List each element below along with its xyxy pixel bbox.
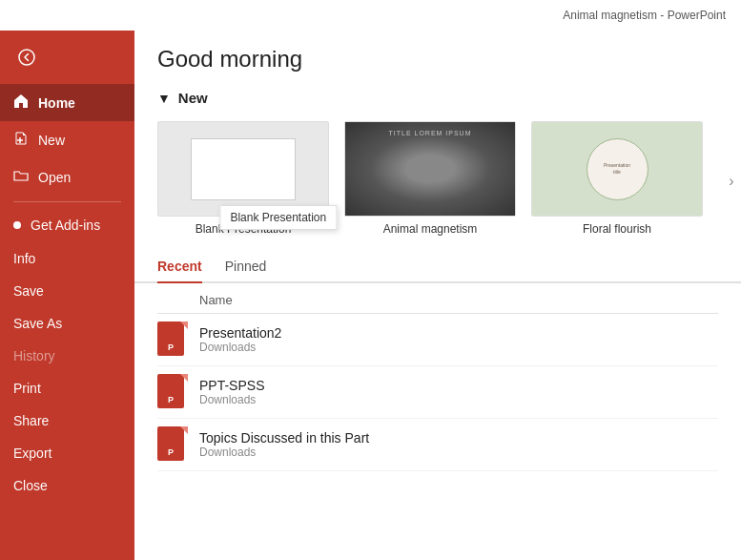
sidebar-item-get-addins[interactable]: Get Add-ins	[0, 208, 134, 242]
sidebar-new-label: New	[38, 133, 65, 148]
sidebar-item-home[interactable]: Home	[0, 84, 134, 121]
ppt-icon-spss: P	[157, 374, 188, 410]
history-label: History	[13, 348, 55, 363]
home-icon	[13, 93, 29, 112]
sidebar-item-share[interactable]: Share	[0, 404, 134, 437]
svg-point-0	[19, 50, 34, 65]
sidebar-item-open[interactable]: Open	[0, 158, 134, 196]
templates-container: Blank Presentation Blank Presentation TI…	[134, 112, 741, 251]
file-info: Topics Discussed in this Part Downloads	[199, 430, 369, 459]
template-animal[interactable]: TITLE LOREM IPSUM Animal magnetism	[344, 121, 516, 236]
close-label: Close	[13, 478, 48, 493]
template-floral[interactable]: Presentationtitle Floral flourish	[531, 121, 703, 236]
floral-bg: Presentationtitle	[532, 122, 702, 216]
ppt-icon-pres2: P	[157, 321, 188, 358]
sidebar-item-info[interactable]: Info	[0, 242, 134, 275]
sidebar-home-label: Home	[38, 95, 75, 111]
templates-row: Blank Presentation Blank Presentation TI…	[134, 112, 741, 251]
name-column-header: Name	[199, 293, 233, 307]
sidebar-item-new[interactable]: New	[0, 121, 134, 158]
new-section-label: New	[178, 90, 208, 106]
file-name: PPT-SPSS	[199, 378, 264, 393]
main-content: Good morning ▼ New Blank Presentation Bl…	[134, 31, 741, 560]
tab-recent[interactable]: Recent	[157, 259, 202, 283]
print-label: Print	[13, 381, 41, 396]
tab-pinned[interactable]: Pinned	[225, 259, 267, 283]
animal-label: Animal magnetism	[383, 222, 478, 236]
floral-circle: Presentationtitle	[587, 138, 648, 200]
ppt-body: P	[157, 426, 184, 461]
sidebar-item-export[interactable]: Export	[0, 437, 134, 469]
file-location: Downloads	[199, 446, 369, 459]
ppt-body: P	[157, 321, 184, 356]
file-row[interactable]: P PPT-SPSS Downloads	[157, 366, 718, 419]
export-label: Export	[13, 446, 51, 461]
open-folder-icon	[13, 168, 29, 186]
sidebar-divider	[13, 201, 121, 202]
new-section-header[interactable]: ▼ New	[134, 84, 741, 112]
tabs-area: Recent Pinned	[134, 251, 741, 283]
blank-label: Blank Presentation	[196, 222, 292, 236]
greeting-text: Good morning	[134, 31, 741, 84]
file-list: Name P Presentation2 Downloads	[134, 283, 741, 471]
sidebar-open-label: Open	[38, 170, 71, 185]
file-list-header: Name	[157, 283, 718, 314]
save-label: Save	[13, 283, 44, 299]
file-info: PPT-SPSS Downloads	[199, 378, 264, 406]
sidebar-addins-label: Get Add-ins	[31, 218, 100, 233]
template-blank[interactable]: Blank Presentation Blank Presentation	[157, 121, 329, 236]
floral-text: Presentationtitle	[604, 162, 630, 176]
sidebar-item-save-as[interactable]: Save As	[0, 307, 134, 340]
file-row[interactable]: P Presentation2 Downloads	[157, 314, 718, 366]
animal-thumb: TITLE LOREM IPSUM	[344, 121, 516, 217]
ppt-icon-topics: P	[157, 426, 188, 463]
sidebar-item-print[interactable]: Print	[0, 372, 134, 404]
floral-thumb: Presentationtitle	[531, 121, 703, 217]
animal-title-overlay: TITLE LOREM IPSUM	[388, 130, 471, 136]
new-file-icon	[13, 131, 29, 149]
sidebar-item-save[interactable]: Save	[0, 275, 134, 307]
chevron-down-icon: ▼	[157, 91, 171, 106]
blank-thumb	[157, 121, 329, 217]
file-row[interactable]: P Topics Discussed in this Part Download…	[157, 419, 718, 471]
share-label: Share	[13, 413, 49, 428]
file-info: Presentation2 Downloads	[199, 325, 281, 354]
info-label: Info	[13, 251, 35, 266]
file-name: Topics Discussed in this Part	[199, 430, 369, 446]
back-button[interactable]	[8, 38, 46, 76]
floral-label: Floral flourish	[583, 222, 651, 236]
save-as-label: Save As	[13, 316, 62, 331]
sidebar-item-close[interactable]: Close	[0, 469, 134, 502]
blank-inner	[191, 138, 296, 200]
sidebar-item-history: History	[0, 340, 134, 372]
ppt-body: P	[157, 374, 184, 408]
sidebar: Home New Open Get	[0, 31, 134, 560]
dot-indicator	[13, 221, 21, 229]
file-location: Downloads	[199, 393, 264, 406]
file-name: Presentation2	[199, 325, 281, 341]
title-bar-text: Animal magnetism - PowerPoint	[563, 9, 726, 22]
animal-bg: TITLE LOREM IPSUM	[345, 122, 515, 216]
scroll-right-hint: ›	[722, 173, 741, 190]
file-location: Downloads	[199, 341, 281, 354]
